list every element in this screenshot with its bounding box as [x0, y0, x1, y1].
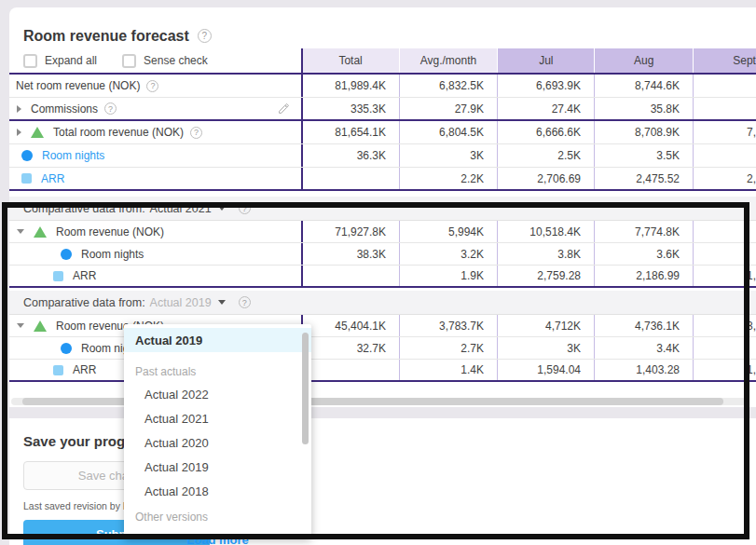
cell-aug[interactable]: 35.8K — [594, 98, 693, 119]
cell-aug: 3.6K — [594, 243, 693, 265]
comparative-help-icon[interactable]: ? — [239, 202, 251, 214]
cell-jul[interactable]: 6,666.6K — [497, 121, 594, 143]
cell-jul[interactable]: 2.5K — [497, 144, 594, 167]
cell-total[interactable]: 81,654.1K — [301, 121, 399, 143]
cell-aug: 2,186.99 — [594, 266, 693, 286]
row-label[interactable]: Commissions — [31, 102, 98, 116]
chevron-down-icon[interactable] — [218, 300, 226, 305]
cell-aug[interactable]: 2,475.52 — [594, 168, 693, 189]
cell-avg: 3,783.7K — [399, 315, 497, 336]
cell-avg[interactable]: 2.2K — [399, 168, 497, 189]
cell-avg[interactable]: 27.9K — [399, 98, 497, 119]
cell-jul: 1,594.04 — [497, 360, 594, 380]
cell-avg[interactable]: 6,804.5K — [399, 121, 497, 143]
row-help-icon[interactable]: ? — [190, 127, 202, 139]
expand-all-checkbox[interactable]: Expand all — [23, 54, 97, 68]
cell-jul: 3K — [497, 337, 594, 359]
save-progress-card: Save your progress Save changes Last sav… — [9, 418, 756, 545]
edit-pencil-icon[interactable] — [278, 102, 290, 117]
dropdown-group-label: Other versions — [124, 503, 311, 527]
cell-sept[interactable] — [693, 144, 756, 167]
comparative-help-icon[interactable]: ? — [239, 296, 251, 308]
cell-aug[interactable]: 8,708.9K — [594, 121, 693, 143]
row-label: ARR — [73, 269, 96, 282]
row-label[interactable]: Room revenue (NOK) — [56, 225, 164, 238]
green-triangle-icon — [34, 320, 47, 332]
row-help-icon[interactable]: ? — [146, 80, 158, 92]
cell-total: 32.7K — [301, 337, 399, 359]
cell-avg[interactable]: 6,832.5K — [399, 75, 497, 97]
green-triangle-icon — [31, 127, 44, 138]
table-row: ARR 2.2K 2,706.69 2,475.52 2, — [9, 168, 756, 191]
horizontal-scrollbar[interactable] — [11, 398, 749, 405]
expand-all-label: Expand all — [45, 54, 97, 67]
dropdown-option[interactable]: Actual 2021 — [124, 406, 311, 430]
chevron-down-icon[interactable] — [218, 206, 226, 211]
checkbox-icon[interactable] — [23, 54, 37, 68]
column-header-sept[interactable]: Sept — [694, 48, 756, 73]
blue-square-icon — [53, 365, 63, 375]
comparative-header-2: Comparative data from: Actual 2019 ? — [9, 291, 756, 315]
column-header-jul[interactable]: Jul — [498, 48, 594, 73]
column-header-total[interactable]: Total — [301, 48, 399, 73]
comparative-version-select[interactable]: Actual 2019 — [150, 296, 212, 309]
column-header-aug[interactable]: Aug — [595, 48, 693, 73]
expand-caret-icon[interactable] — [17, 129, 21, 136]
title-help-icon[interactable]: ? — [198, 29, 212, 43]
table-row: Commissions ? 335.3K 27.9K 27.4K 35.8K — [9, 98, 756, 121]
cell-aug: 4,736.1K — [594, 315, 693, 336]
row-label: Room nights — [81, 248, 144, 261]
blue-circle-icon — [61, 249, 72, 260]
load-more-link[interactable]: Load more — [124, 533, 311, 545]
collapse-caret-icon[interactable] — [17, 323, 24, 328]
cell-jul[interactable]: 27.4K — [497, 98, 594, 119]
cell-total[interactable] — [301, 168, 399, 189]
comparative-version-select[interactable]: Actual 2021 — [150, 202, 212, 215]
dropdown-option[interactable]: Actual 2018 — [124, 479, 311, 503]
expand-caret-icon[interactable] — [17, 105, 21, 113]
cell-jul: 3.8K — [497, 243, 594, 265]
comparative-prefix: Comparative data from: — [23, 202, 145, 215]
cell-avg[interactable]: 3K — [399, 144, 497, 167]
cell-aug[interactable]: 8,744.6K — [594, 75, 693, 97]
dropdown-option[interactable]: Actual 2019 — [124, 455, 311, 479]
title-row: Room revenue forecast ? — [9, 7, 756, 48]
cell-total[interactable]: 335.3K — [301, 98, 399, 119]
cell-sept[interactable]: 7, — [693, 121, 756, 143]
column-header-avg[interactable]: Avg./month — [400, 48, 498, 73]
dropdown-scrollbar-thumb[interactable] — [302, 333, 309, 444]
cell-total[interactable]: 81,989.4K — [301, 75, 399, 97]
dropdown-option[interactable]: Actual 2022 — [124, 382, 311, 406]
cell-aug: 1,403.28 — [594, 360, 693, 380]
cell-aug: 7,774.8K — [594, 221, 693, 242]
cell-total — [301, 266, 399, 286]
dropdown-selected-option[interactable]: Actual 2019 — [124, 328, 311, 352]
cell-aug[interactable]: 3.5K — [594, 144, 693, 167]
row-label-link[interactable]: Room nights — [42, 149, 104, 162]
cell-sept — [693, 221, 756, 242]
cell-sept[interactable]: 2, — [693, 168, 756, 189]
cell-total: 71,927.8K — [301, 221, 399, 242]
table-row: Net room revenue (NOK) ? 81,989.4K 6,832… — [9, 75, 756, 98]
cell-sept: 1, — [693, 360, 756, 380]
cell-sept[interactable] — [693, 75, 756, 97]
checkbox-icon[interactable] — [122, 54, 136, 68]
table-row: Total room revenue (NOK) ? 81,654.1K 6,8… — [9, 121, 756, 144]
table-row: Room revenue (NOK) 45,404.1K 3,783.7K 4,… — [9, 315, 756, 337]
row-label-link[interactable]: ARR — [41, 172, 64, 185]
collapse-caret-icon[interactable] — [17, 229, 24, 234]
cell-sept[interactable] — [693, 98, 756, 119]
cell-total[interactable]: 36.3K — [301, 144, 399, 167]
table-row: ARR 1.9K 2,759.28 2,186.99 1, — [9, 266, 756, 288]
cell-jul[interactable]: 6,693.9K — [497, 75, 594, 97]
sense-check-checkbox[interactable]: Sense check — [122, 54, 208, 68]
header-toolbar-cell: Expand all Sense check — [9, 48, 301, 73]
cell-avg: 5,994K — [399, 221, 497, 242]
row-help-icon[interactable]: ? — [104, 102, 117, 115]
blue-circle-icon — [61, 343, 72, 354]
cell-jul[interactable]: 2,706.69 — [497, 168, 594, 189]
cell-avg: 3.2K — [399, 243, 497, 265]
dropdown-option[interactable]: Actual 2020 — [124, 430, 311, 455]
version-dropdown-menu: Actual 2019 Past actuals Actual 2022 Act… — [124, 324, 311, 538]
row-label[interactable]: Total room revenue (NOK) — [53, 126, 184, 139]
